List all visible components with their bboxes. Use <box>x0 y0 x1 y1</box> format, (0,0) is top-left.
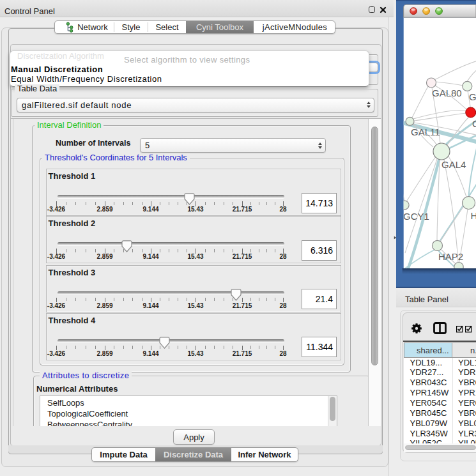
svg-text:CY: CY <box>472 118 476 129</box>
svg-text:GCY1: GCY1 <box>403 211 429 222</box>
svg-text:GAL11: GAL11 <box>411 127 440 137</box>
svg-text:GA: GA <box>469 91 476 102</box>
svg-text:GAL4: GAL4 <box>441 159 466 170</box>
svg-text:HAP2: HAP2 <box>438 251 463 262</box>
svg-text:GAL80: GAL80 <box>432 88 462 98</box>
svg-text:H: H <box>471 210 476 221</box>
